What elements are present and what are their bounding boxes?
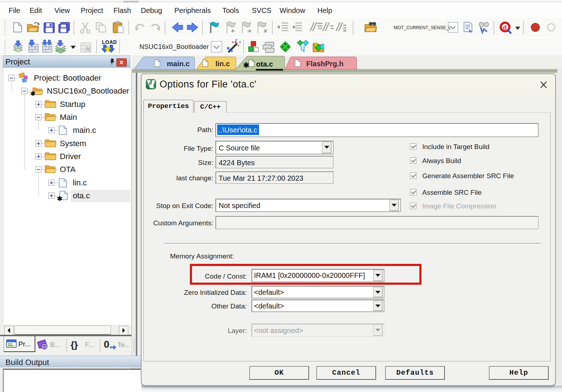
svg-text:d: d [503, 24, 507, 31]
svg-text:✱: ✱ [243, 61, 249, 69]
svg-text:✱: ✱ [57, 195, 62, 202]
svg-text:lin.c: lin.c [215, 60, 230, 68]
svg-text:LOAD: LOAD [102, 39, 117, 45]
svg-text:µ: µ [149, 80, 152, 85]
svg-text:?: ? [43, 344, 46, 350]
svg-text:FlashPrg.h: FlashPrg.h [306, 60, 343, 68]
svg-text:s: s [152, 85, 155, 89]
svg-text:ota.c: ota.c [256, 60, 273, 68]
svg-text:main.c: main.c [167, 60, 189, 68]
svg-text:✱: ✱ [30, 90, 35, 96]
